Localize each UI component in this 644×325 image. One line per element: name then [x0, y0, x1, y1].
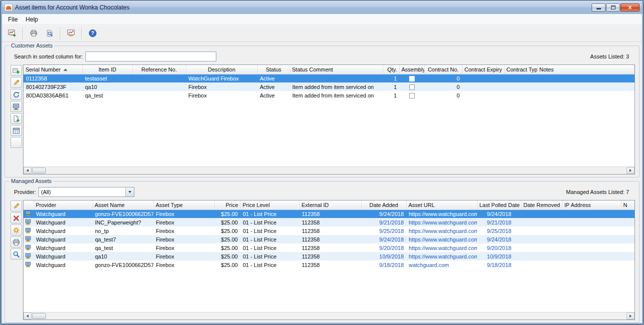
customer-asset-cell: [462, 91, 504, 100]
print-button[interactable]: [25, 26, 41, 40]
column-header-notes[interactable]: Notes: [537, 65, 635, 74]
column-header-status[interactable]: Status: [257, 65, 290, 74]
customer-assets-panel: Serial NumberItem IDReference No.Descrip…: [9, 64, 635, 174]
managed-asset-row[interactable]: Watchguardqa10Firebox$25.0001 - List Pri…: [23, 252, 635, 260]
print-managed-assets-button[interactable]: [10, 236, 22, 248]
managed-table-frame: ProviderAsset NameAsset TypePricePrice L…: [23, 200, 635, 320]
provider-dropdown-button[interactable]: [125, 188, 134, 196]
help-icon: ?: [88, 29, 97, 38]
managed-asset-cell: Watchguard: [33, 244, 92, 252]
assembly-checkbox[interactable]: [409, 84, 415, 90]
menu-item-help[interactable]: Help: [21, 14, 42, 24]
column-header-asset-url[interactable]: Asset URL: [406, 200, 477, 210]
scroll-track[interactable]: [46, 167, 627, 174]
column-header-date-added[interactable]: Date Added: [361, 200, 406, 210]
managed-asset-row[interactable]: Watchguardqa_testFirebox$25.0001 - List …: [23, 244, 635, 252]
customer-asset-row[interactable]: 801402739F23Fqa10FireboxActiveItem added…: [23, 82, 635, 91]
scroll-right-button[interactable]: [627, 312, 635, 320]
arrow-left-icon: [26, 169, 28, 172]
scroll-left-button[interactable]: [23, 312, 31, 320]
column-header-col-0[interactable]: [23, 200, 33, 210]
delete-managed-asset-button[interactable]: [10, 212, 22, 224]
managed-asset-row[interactable]: Watchguardgonzo-FVE1000662D57Firebox$25.…: [23, 260, 635, 269]
column-header-n[interactable]: N: [621, 200, 635, 210]
managed-asset-row[interactable]: Watchguardno_tpFirebox$25.0001 - List Pr…: [23, 226, 635, 235]
column-header-last-polled-date[interactable]: Last Polled Date: [477, 200, 521, 210]
close-icon: [628, 4, 632, 11]
close-button[interactable]: [621, 4, 640, 12]
column-header-serial-number[interactable]: Serial Number: [23, 65, 82, 74]
managed-asset-cell: watchguard.com: [406, 260, 477, 269]
printer-icon: [12, 238, 20, 246]
scroll-left-button[interactable]: [23, 167, 31, 174]
scroll-track[interactable]: [46, 312, 627, 320]
column-header-price-level[interactable]: Price Level: [240, 200, 299, 210]
asset-report-button[interactable]: [63, 26, 79, 40]
search-input[interactable]: [85, 52, 216, 62]
sort-ascending-icon: [63, 68, 67, 71]
refresh-assets-button[interactable]: [10, 89, 22, 100]
menu-item-file[interactable]: File: [4, 14, 21, 24]
column-header-ip-address[interactable]: IP Address: [562, 200, 621, 210]
maximize-button[interactable]: [606, 4, 620, 12]
edit-asset-button[interactable]: [10, 77, 22, 88]
view-managed-asset-button[interactable]: [10, 248, 22, 260]
print-preview-button[interactable]: [41, 26, 57, 40]
scroll-thumb[interactable]: [32, 313, 46, 319]
customer-hscrollbar[interactable]: [23, 166, 635, 174]
column-header-asset-type[interactable]: Asset Type: [153, 200, 214, 210]
column-header-status-comment[interactable]: Status Comment: [290, 65, 383, 74]
column-header-asset-name[interactable]: Asset Name: [92, 200, 153, 210]
doc-plus-icon: [12, 115, 20, 122]
managed-asset-cell: 9/24/2018: [477, 210, 521, 218]
managed-asset-cell: 01 - List Price: [240, 252, 299, 260]
column-header-external-id[interactable]: External ID: [299, 200, 361, 210]
customer-asset-cell: 0: [424, 82, 462, 91]
new-asset-button[interactable]: [4, 26, 20, 40]
edit-managed-asset-button[interactable]: [10, 200, 22, 212]
scroll-right-button[interactable]: [627, 167, 635, 174]
managed-asset-cell: $25.00: [214, 210, 240, 218]
arrow-left-icon: [26, 314, 28, 318]
asset-service-button[interactable]: [10, 101, 22, 112]
column-header-contract-type[interactable]: Contract Type: [504, 65, 537, 74]
asset-grid-button[interactable]: [10, 125, 22, 136]
column-header-assembly[interactable]: Assembly: [399, 65, 424, 74]
managed-asset-settings-button[interactable]: [10, 224, 22, 236]
column-header-description[interactable]: Description: [186, 65, 257, 74]
managed-asset-row[interactable]: Watchguardqa_test7Firebox$25.0001 - List…: [23, 235, 635, 244]
minimize-button[interactable]: [592, 4, 606, 12]
managed-asset-cell: 112358: [299, 235, 361, 244]
add-document-button[interactable]: [10, 113, 22, 124]
managed-asset-row[interactable]: Watchguardgonzo-FVE1000662D57Firebox$25.…: [23, 210, 635, 218]
column-header-date-removed[interactable]: Date Removed: [521, 200, 562, 210]
column-header-provider[interactable]: Provider: [33, 200, 92, 210]
managed-hscrollbar[interactable]: [23, 312, 635, 320]
customer-asset-row[interactable]: 80DA03836AB61qa_testFireboxActiveItem ad…: [23, 91, 635, 100]
add-asset-button[interactable]: [10, 65, 22, 76]
column-header-qty[interactable]: Qty.: [383, 65, 399, 74]
column-header-price[interactable]: Price: [214, 200, 240, 210]
column-header-reference-no[interactable]: Reference No.: [132, 65, 186, 74]
customer-asset-cell: [132, 82, 186, 91]
help-button[interactable]: ?: [84, 26, 100, 40]
provider-dropdown[interactable]: (All): [38, 187, 134, 197]
managed-asset-cell: [23, 235, 33, 244]
managed-asset-row[interactable]: WatchguardINC_Paperweight?Firebox$25.000…: [23, 218, 635, 226]
column-header-item-id[interactable]: Item ID: [82, 65, 132, 74]
managed-asset-cell: [562, 260, 621, 269]
window-controls: [592, 4, 640, 12]
managed-asset-cell: [23, 260, 33, 269]
managed-table-mount: ProviderAsset NameAsset TypePricePrice L…: [23, 200, 635, 312]
column-header-contract-expiry[interactable]: Contract Expiry: [462, 65, 504, 74]
scroll-thumb[interactable]: [32, 168, 46, 174]
extra-button[interactable]: [10, 137, 22, 148]
assembly-checkbox[interactable]: [409, 93, 415, 98]
managed-assets-panel: ProviderAsset NameAsset TypePricePrice L…: [9, 200, 635, 320]
managed-asset-cell: Watchguard: [33, 218, 92, 226]
assembly-checkbox[interactable]: [409, 76, 415, 82]
managed-asset-cell: Firebox: [153, 235, 214, 244]
column-header-contract-no[interactable]: Contract No.: [424, 65, 462, 74]
customer-asset-row[interactable]: 0112358testassetWatchGuard FireboxActive…: [23, 74, 635, 82]
managed-asset-cell: https://www.watchguard.com: [406, 244, 477, 252]
